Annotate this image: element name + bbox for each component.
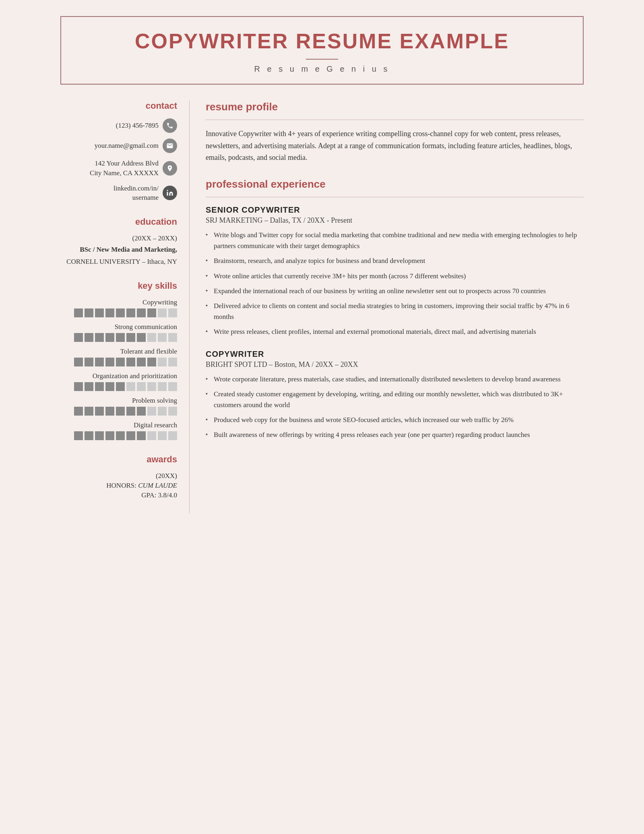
skill-dot xyxy=(158,358,167,366)
skill-dot xyxy=(168,333,177,342)
skill-dot xyxy=(126,431,135,440)
skill-dot xyxy=(137,431,146,440)
skill-dot xyxy=(147,407,156,416)
linkedin-icon xyxy=(163,186,177,200)
email-icon xyxy=(163,139,177,153)
award-honor-italic: CUM LAUDE xyxy=(138,482,177,489)
skill-dot xyxy=(158,333,167,342)
skill-dot xyxy=(147,333,156,342)
skill-bar xyxy=(60,431,177,440)
skill-dot xyxy=(158,407,167,416)
skill-dot xyxy=(137,308,146,317)
skill-dot xyxy=(158,382,167,391)
address-text: 142 Your Address Blvd City Name, CA XXXX… xyxy=(90,159,159,178)
skill-bar xyxy=(60,333,177,342)
skills-title: key skills xyxy=(60,281,177,291)
contact-title: contact xyxy=(60,101,177,111)
skill-item: Organization and prioritization xyxy=(60,372,177,391)
experience-title: professional experience xyxy=(206,178,584,190)
phone-svg xyxy=(166,122,173,129)
skill-dot xyxy=(116,308,125,317)
skill-dot xyxy=(158,431,167,440)
skill-dot xyxy=(147,358,156,366)
skill-dot xyxy=(137,358,146,366)
skill-dot xyxy=(116,333,125,342)
skill-item: Problem solving xyxy=(60,397,177,416)
skill-bar xyxy=(60,358,177,366)
skill-dot xyxy=(105,431,114,440)
skill-bar xyxy=(60,308,177,317)
job-entry: COPYWRITERBRIGHT SPOT LTD – Boston, MA /… xyxy=(206,350,584,441)
skill-dot xyxy=(116,407,125,416)
skill-name: Copywriting xyxy=(60,298,177,306)
bullet-item: Built awareness of new offerings by writ… xyxy=(206,429,584,440)
phone-icon xyxy=(163,118,177,133)
bullet-item: Produced web copy for the business and w… xyxy=(206,414,584,425)
skill-dot xyxy=(137,407,146,416)
skill-item: Tolerant and flexible xyxy=(60,348,177,366)
skill-name: Problem solving xyxy=(60,397,177,405)
linkedin-svg xyxy=(166,189,173,197)
skill-dot xyxy=(105,382,114,391)
skill-name: Tolerant and flexible xyxy=(60,348,177,356)
skill-item: Digital research xyxy=(60,421,177,440)
job-entry: SENIOR COPYWRITERSRJ MARKETING – Dallas,… xyxy=(206,205,584,337)
bullet-item: Created steady customer engagement by de… xyxy=(206,389,584,410)
skill-dot xyxy=(147,431,156,440)
main-layout: contact (123) 456-7895 your.name@gmail.c… xyxy=(60,101,584,513)
email-svg xyxy=(166,142,173,149)
skill-name: Digital research xyxy=(60,421,177,429)
skill-dot xyxy=(126,333,135,342)
skill-dot xyxy=(147,308,156,317)
skills-section: key skills CopywritingStrong communicati… xyxy=(60,281,177,440)
email-contact-item: your.name@gmail.com xyxy=(60,139,177,153)
skill-dot xyxy=(95,358,104,366)
phone-number: (123) 456-7895 xyxy=(116,121,159,130)
skill-bar xyxy=(60,382,177,391)
skill-name: Organization and prioritization xyxy=(60,372,177,380)
skill-dot xyxy=(168,382,177,391)
skill-dot xyxy=(105,308,114,317)
bullet-item: Write press releases, client profiles, i… xyxy=(206,326,584,337)
skill-dot xyxy=(74,308,83,317)
skill-dot xyxy=(116,382,125,391)
skill-dot xyxy=(105,333,114,342)
skill-bar xyxy=(60,407,177,416)
skill-dot xyxy=(168,431,177,440)
skill-dot xyxy=(95,407,104,416)
skill-item: Strong communication xyxy=(60,323,177,342)
content-area: resume profile Innovative Copywriter wit… xyxy=(189,101,584,513)
skill-dot xyxy=(137,333,146,342)
education-title: education xyxy=(60,217,177,227)
skill-dot xyxy=(147,382,156,391)
bullet-item: Wrote corporate literature, press materi… xyxy=(206,374,584,385)
header-subtitle: R e s u m e G e n i u s xyxy=(81,64,563,74)
skill-dot xyxy=(74,431,83,440)
experience-section: professional experience SENIOR COPYWRITE… xyxy=(206,178,584,440)
header-divider xyxy=(306,59,338,60)
sidebar: contact (123) 456-7895 your.name@gmail.c… xyxy=(60,101,189,513)
jobs-container: SENIOR COPYWRITERSRJ MARKETING – Dallas,… xyxy=(206,205,584,440)
skill-dot xyxy=(85,358,93,366)
bullet-item: Wrote online articles that currently rec… xyxy=(206,271,584,281)
education-section: education (20XX – 20XX) BSc / New Media … xyxy=(60,217,177,267)
job-bullets: Write blogs and Twitter copy for social … xyxy=(206,230,584,337)
skill-dot xyxy=(85,382,93,391)
skill-dot xyxy=(95,333,104,342)
profile-section-title: resume profile xyxy=(206,101,584,113)
skill-dot xyxy=(74,382,83,391)
location-svg xyxy=(166,165,173,172)
skill-dot xyxy=(126,308,135,317)
skill-dot xyxy=(95,308,104,317)
skills-container: CopywritingStrong communicationTolerant … xyxy=(60,298,177,440)
skill-dot xyxy=(126,358,135,366)
bullet-item: Brainstorm, research, and analyze topics… xyxy=(206,255,584,266)
job-company: BRIGHT SPOT LTD – Boston, MA / 20XX – 20… xyxy=(206,360,584,369)
job-company: SRJ MARKETING – Dallas, TX / 20XX - Pres… xyxy=(206,216,584,225)
skill-dot xyxy=(126,407,135,416)
skill-dot xyxy=(116,358,125,366)
skill-item: Copywriting xyxy=(60,298,177,317)
skill-dot xyxy=(126,382,135,391)
skill-dot xyxy=(137,382,146,391)
phone-contact-item: (123) 456-7895 xyxy=(60,118,177,133)
